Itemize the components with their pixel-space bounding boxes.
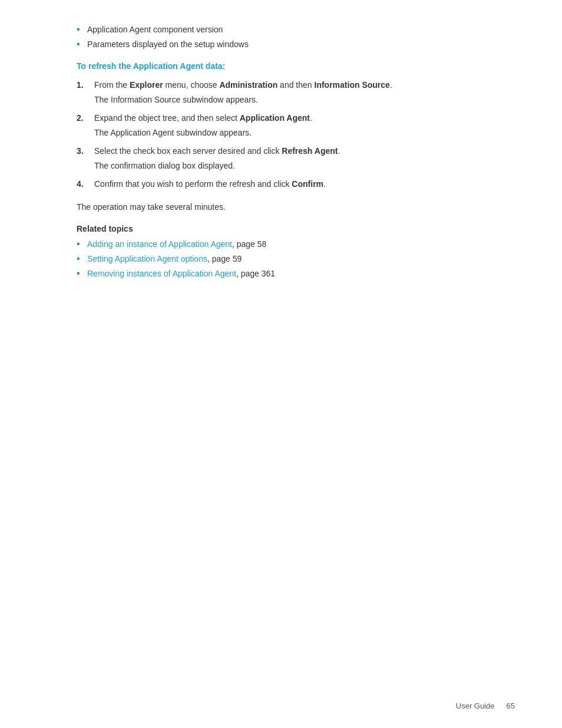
related-item-1: Adding an instance of Application Agent,…: [77, 238, 503, 251]
step-2-subtext: The Application Agent subwindow appears.: [94, 127, 503, 139]
step-1-number: 1.: [77, 79, 94, 106]
step-1-bold-admin: Administration: [219, 80, 277, 90]
related-link-3[interactable]: Removing instances of Application Agent: [87, 269, 236, 278]
related-topics-heading: Related topics: [77, 224, 503, 233]
step-3: 3. Select the check box each server desi…: [77, 145, 503, 172]
step-4-bold-confirm: Confirm: [292, 179, 323, 189]
step-1-subtext: The Information Source subwindow appears…: [94, 94, 503, 106]
related-topics-list: Adding an instance of Application Agent,…: [77, 238, 503, 280]
related-page-ref-3: , page 361: [236, 269, 275, 278]
page-number: 65: [507, 701, 515, 710]
intro-bullet-list: Application Agent component version Para…: [77, 24, 503, 51]
step-1-bold-explorer: Explorer: [130, 80, 163, 90]
related-page-ref-1: , page 58: [232, 239, 266, 249]
step-2-content: Expand the object tree, and then select …: [94, 112, 503, 139]
related-item-3: Removing instances of Application Agent,…: [77, 268, 503, 280]
step-3-subtext: The confirmation dialog box displayed.: [94, 160, 503, 172]
step-1: 1. From the Explorer menu, choose Admini…: [77, 79, 503, 106]
step-4-number: 4.: [77, 178, 94, 190]
step-3-content: Select the check box each server desired…: [94, 145, 503, 172]
steps-list: 1. From the Explorer menu, choose Admini…: [77, 79, 503, 190]
step-2-number: 2.: [77, 112, 94, 139]
operation-note: The operation may take several minutes.: [77, 201, 503, 213]
bullet-item-2: Parameters displayed on the setup window…: [77, 38, 503, 51]
step-1-bold-infosource: Information Source: [315, 80, 390, 90]
related-page-ref-2: , page 59: [207, 254, 242, 263]
step-1-content: From the Explorer menu, choose Administr…: [94, 79, 503, 106]
related-item-2: Setting Application Agent options, page …: [77, 253, 503, 265]
step-4-content: Confirm that you wish to perform the ref…: [94, 178, 503, 190]
step-2: 2. Expand the object tree, and then sele…: [77, 112, 503, 139]
page-footer: User Guide 65: [456, 701, 515, 710]
step-2-bold-appagent: Application Agent: [240, 113, 310, 123]
step-3-number: 3.: [77, 145, 94, 172]
step-4: 4. Confirm that you wish to perform the …: [77, 178, 503, 190]
step-3-bold-refresh: Refresh Agent: [282, 146, 338, 156]
page-content: Application Agent component version Para…: [0, 0, 562, 338]
related-link-2[interactable]: Setting Application Agent options: [87, 254, 207, 263]
section-heading: To refresh the Application Agent data:: [77, 61, 503, 71]
footer-label: User Guide: [456, 701, 495, 710]
related-link-1[interactable]: Adding an instance of Application Agent: [87, 239, 232, 249]
bullet-item-1: Application Agent component version: [77, 24, 503, 36]
